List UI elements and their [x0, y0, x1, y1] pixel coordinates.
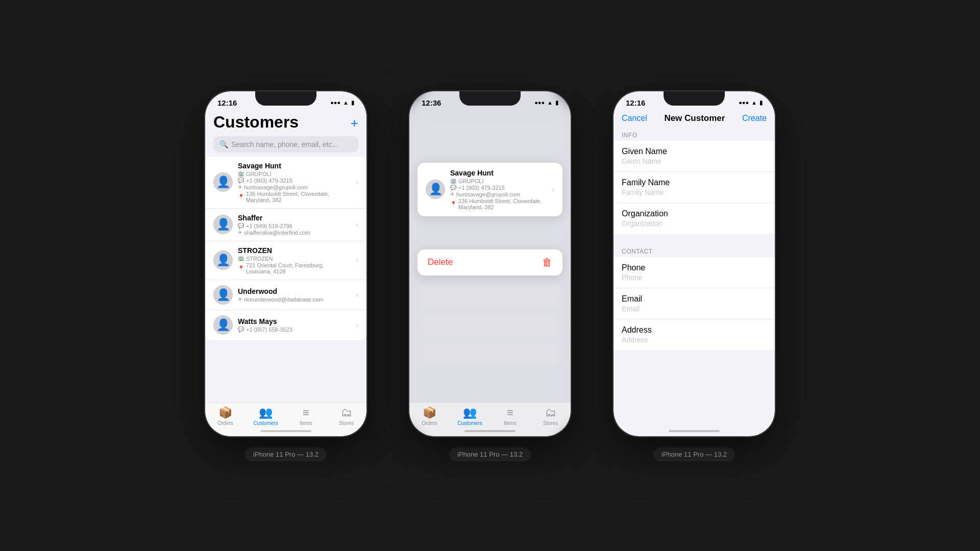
email-row: ✈ shaffersilva@interfind.com [238, 230, 351, 236]
search-icon: 🔍 [219, 140, 228, 148]
given-name-field[interactable]: Given Name Given Name [614, 141, 775, 172]
add-customer-button[interactable]: + [351, 115, 358, 131]
mail-icon: ✈ [238, 296, 242, 302]
contact-form-group: Phone Phone Email Email Address Address [614, 257, 775, 350]
cancel-button[interactable]: Cancel [622, 114, 647, 123]
email-row: ✈ riceunderwood@dadabase.com [238, 296, 351, 303]
customer-name: Shaffer [238, 214, 351, 222]
card-customer-details: 🏢 GRUPOLI 💬 +1 (903) 479-3215 ✈ huntsava… [450, 178, 547, 210]
given-name-label: Given Name [622, 147, 767, 156]
info-form-group: Given Name Given Name Family Name Family… [614, 141, 775, 234]
customer-info: Shaffer 💬 +1 (949) 519-2796 ✈ shaffersil… [238, 214, 351, 236]
customer-item-shaffer[interactable]: 👤 Shaffer 💬 +1 (949) 519-2796 ✈ shaffers… [205, 209, 366, 241]
signal-icon: ●●● [330, 99, 340, 106]
customers-title: Customers [213, 113, 299, 131]
tab-orders[interactable]: 📦 Orders [205, 406, 246, 426]
tab-stores[interactable]: 🗂 Stores [326, 406, 366, 426]
create-button[interactable]: Create [742, 114, 767, 123]
person-icon: 👤 [216, 176, 230, 189]
form-title: New Customer [664, 113, 725, 123]
organization-field[interactable]: Organization Organization [614, 203, 775, 234]
org-text: GRUPOLI [246, 171, 272, 177]
customers-icon: 👥 [463, 406, 477, 419]
customer-name: Savage Hunt [238, 162, 351, 170]
card-email-text: huntsavage@grupoli.com [456, 191, 520, 197]
tab-stores-label: Stores [543, 420, 558, 426]
items-icon: ≡ [303, 406, 309, 419]
building-icon: 🏢 [450, 178, 456, 184]
tab-items-label: Items [504, 420, 516, 426]
building-icon: 🏢 [238, 171, 244, 177]
phone3: 12:16 ●●● ▲ ▮ Cancel New Customer Create… [612, 90, 776, 437]
customer-details: 🏢 STROZEN 📍 721 Oriental Court, Forestbu… [238, 256, 351, 274]
phone-row: 💬 +1 (903) 479-3215 [238, 178, 351, 184]
chevron-icon: › [356, 291, 358, 299]
email-text: huntsavage@grupoli.com [244, 184, 308, 190]
org-text: STROZEN [246, 256, 273, 262]
phone-text: +1 (949) 519-2796 [246, 223, 292, 229]
screen2: 12:36 ●●● ▲ ▮ 👤 S [409, 91, 571, 436]
status-icons-3: ●●● ▲ ▮ [739, 99, 763, 106]
phone-text: +1 (867) 558-3523 [246, 327, 292, 333]
delete-button[interactable]: Delete 🗑 [418, 249, 562, 276]
tab2-items[interactable]: ≡ Items [490, 406, 530, 426]
search-bar[interactable]: 🔍 Search name, phone, email, etc... [213, 136, 358, 153]
home-indicator [260, 430, 311, 432]
customer-info: Savage Hunt 🏢 GRUPOLI 💬 +1 (903) 479-321… [238, 162, 351, 203]
info-section: INFO Given Name Given Name Family Name F… [614, 128, 775, 234]
chevron-icon: › [356, 321, 358, 329]
stores-icon: 🗂 [545, 406, 556, 419]
tab2-stores[interactable]: 🗂 Stores [530, 406, 571, 426]
email-placeholder: Email [622, 305, 767, 313]
phone2-wrapper: 12:36 ●●● ▲ ▮ 👤 S [408, 90, 572, 461]
address-label: Address [622, 325, 767, 335]
signal-icon: ●●● [739, 99, 749, 106]
customer-name: Watts Mays [238, 317, 351, 325]
given-name-placeholder: Given Name [622, 157, 767, 165]
phone1-wrapper: 12:16 ●●● ▲ ▮ Customers + 🔍 Search name,… [204, 90, 368, 461]
status-icons-1: ●●● ▲ ▮ [330, 99, 354, 106]
time-1: 12:16 [217, 98, 237, 107]
phone1: 12:16 ●●● ▲ ▮ Customers + 🔍 Search name,… [204, 90, 368, 437]
customer-info: Watts Mays 💬 +1 (867) 558-3523 [238, 317, 351, 333]
chat-icon: 💬 [450, 185, 456, 190]
delete-card: 👤 Savage Hunt 🏢 GRUPOLI 💬 +1 (903) 479-3… [418, 163, 562, 216]
info-section-header: INFO [614, 128, 775, 141]
wifi-icon: ▲ [343, 99, 349, 106]
notch2 [459, 91, 521, 106]
tab2-customers[interactable]: 👥 Customers [450, 406, 490, 426]
stores-icon: 🗂 [341, 406, 352, 419]
address-text: 721 Oriental Court, Forestburg, Louisian… [246, 262, 351, 274]
tab-orders-label: Orders [217, 420, 233, 426]
family-name-field[interactable]: Family Name Family Name [614, 172, 775, 203]
email-row: ✈ huntsavage@grupoli.com [238, 184, 351, 190]
customer-info: STROZEN 🏢 STROZEN 📍 721 Oriental Court, … [238, 246, 351, 274]
customers-icon: 👥 [259, 406, 273, 419]
customer-info: Underwood ✈ riceunderwood@dadabase.com [238, 287, 351, 303]
phone2-label: iPhone 11 Pro — 13.2 [449, 447, 531, 461]
chevron-icon: › [356, 178, 358, 186]
customers-header: Customers + [205, 109, 366, 133]
customer-item-strozen[interactable]: 👤 STROZEN 🏢 STROZEN 📍 721 Oriental Court… [205, 241, 366, 280]
screen3: 12:16 ●●● ▲ ▮ Cancel New Customer Create… [614, 91, 775, 436]
battery-icon: ▮ [555, 99, 558, 106]
phone-field[interactable]: Phone Phone [614, 257, 775, 288]
customer-details: ✈ riceunderwood@dadabase.com [238, 296, 351, 303]
email-text: shaffersilva@interfind.com [244, 230, 310, 236]
customer-item-savage-hunt[interactable]: 👤 Savage Hunt 🏢 GRUPOLI 💬 +1 (903) 479-3… [205, 157, 366, 209]
address-field[interactable]: Address Address [614, 319, 775, 350]
battery-icon: ▮ [760, 99, 763, 106]
customer-item-underwood[interactable]: 👤 Underwood ✈ riceunderwood@dadabase.com… [205, 280, 366, 310]
battery-icon: ▮ [351, 99, 354, 106]
tab2-orders[interactable]: 📦 Orders [409, 406, 450, 426]
screen1: 12:16 ●●● ▲ ▮ Customers + 🔍 Search name,… [205, 91, 366, 436]
delete-card-item[interactable]: 👤 Savage Hunt 🏢 GRUPOLI 💬 +1 (903) 479-3… [418, 163, 562, 216]
family-name-placeholder: Family Name [622, 188, 767, 196]
chevron-icon: › [356, 220, 358, 229]
home-indicator-2 [464, 430, 516, 432]
tab-items[interactable]: ≡ Items [286, 406, 326, 426]
email-field[interactable]: Email Email [614, 288, 775, 319]
tab-customers[interactable]: 👥 Customers [246, 406, 286, 426]
phone1-label: iPhone 11 Pro — 13.2 [245, 447, 327, 461]
customer-item-watts-mays[interactable]: 👤 Watts Mays 💬 +1 (867) 558-3523 › [205, 310, 366, 340]
